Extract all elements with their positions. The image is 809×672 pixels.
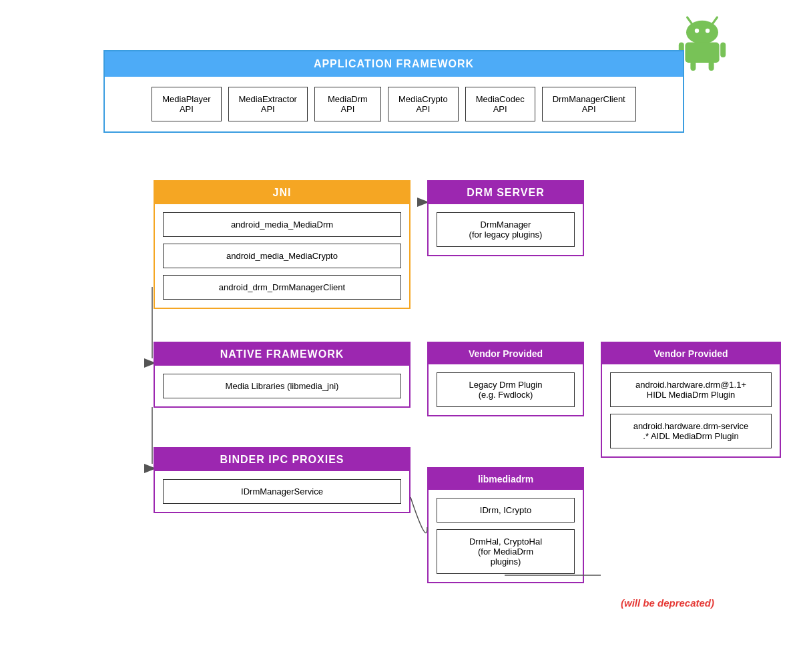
jni-item-2: android_media_MediaCrypto: [163, 244, 401, 268]
libmediadrm-header: libmediadrm: [429, 468, 583, 490]
svg-point-3: [695, 29, 699, 33]
libmediadrm-item-1: IDrm, ICrypto: [437, 498, 575, 523]
native-framework-item-1: Media Libraries (libmedia_jni): [163, 374, 401, 398]
vendor-left-body: Legacy Drm Plugin(e.g. Fwdlock): [429, 364, 583, 415]
vendor-right-section: Vendor Provided android.hardware.drm@1.1…: [601, 342, 781, 458]
api-box-drmmanagerclient: DrmManagerClientAPI: [542, 87, 636, 121]
svg-rect-5: [685, 43, 719, 63]
svg-point-4: [706, 29, 710, 33]
libmediadrm-section: libmediadrm IDrm, ICrypto DrmHal, Crypto…: [427, 467, 584, 583]
libmediadrm-item-2: DrmHal, CryptoHal(for MediaDrmplugins): [437, 529, 575, 574]
api-box-mediadrm: MediaDrmAPI: [314, 87, 381, 121]
app-framework-body: MediaPlayerAPI MediaExtractorAPI MediaDr…: [105, 77, 683, 131]
drm-server-section: DRM SERVER DrmManager(for legacy plugins…: [427, 180, 584, 256]
api-box-mediacrypto: MediaCryptoAPI: [388, 87, 459, 121]
svg-rect-7: [720, 43, 726, 57]
vendor-left-section: Vendor Provided Legacy Drm Plugin(e.g. F…: [427, 342, 584, 416]
api-box-mediaplayer: MediaPlayerAPI: [152, 87, 221, 121]
native-fw-arrow-icon: [144, 358, 154, 368]
jni-body: android_media_MediaDrm android_media_Med…: [155, 204, 409, 308]
vendor-right-item-2: android.hardware.drm-service.* AIDL Medi…: [610, 414, 772, 448]
svg-rect-8: [690, 61, 696, 71]
svg-point-2: [686, 21, 718, 44]
vendor-right-item-1: android.hardware.drm@1.1+HIDL MediaDrm P…: [610, 372, 772, 407]
binder-body: IDrmManagerService: [155, 471, 409, 512]
jni-section: JNI android_media_MediaDrm android_media…: [154, 180, 411, 309]
libmediadrm-body: IDrm, ICrypto DrmHal, CryptoHal(for Medi…: [429, 490, 583, 582]
binder-section: BINDER IPC PROXIES IDrmManagerService: [154, 447, 411, 513]
deprecated-text: (will be deprecated): [621, 597, 714, 609]
vendor-left-header: Vendor Provided: [429, 343, 583, 364]
binder-item-1: IDrmManagerService: [163, 479, 401, 504]
binder-arrow-icon: [144, 464, 154, 473]
binder-header: BINDER IPC PROXIES: [155, 448, 409, 471]
vendor-right-header: Vendor Provided: [602, 343, 780, 364]
svg-rect-9: [709, 61, 714, 71]
app-framework-header: APPLICATION FRAMEWORK: [105, 51, 683, 77]
jni-header: JNI: [155, 182, 409, 204]
jni-item-3: android_drm_DrmManagerClient: [163, 275, 401, 300]
api-box-mediaextractor: MediaExtractorAPI: [228, 87, 308, 121]
api-box-mediacodec: MediaCodecAPI: [465, 87, 535, 121]
app-framework-section: APPLICATION FRAMEWORK MediaPlayerAPI Med…: [103, 50, 684, 133]
drm-server-header: DRM SERVER: [429, 182, 583, 204]
native-framework-body: Media Libraries (libmedia_jni): [155, 366, 409, 406]
drm-server-body: DrmManager(for legacy plugins): [429, 204, 583, 255]
drm-server-item-1: DrmManager(for legacy plugins): [437, 212, 575, 247]
native-framework-section: NATIVE FRAMEWORK Media Libraries (libmed…: [154, 342, 411, 408]
vendor-right-body: android.hardware.drm@1.1+HIDL MediaDrm P…: [602, 364, 780, 456]
vendor-left-item-1: Legacy Drm Plugin(e.g. Fwdlock): [437, 372, 575, 407]
jni-item-1: android_media_MediaDrm: [163, 212, 401, 237]
native-framework-header: NATIVE FRAMEWORK: [155, 343, 409, 366]
